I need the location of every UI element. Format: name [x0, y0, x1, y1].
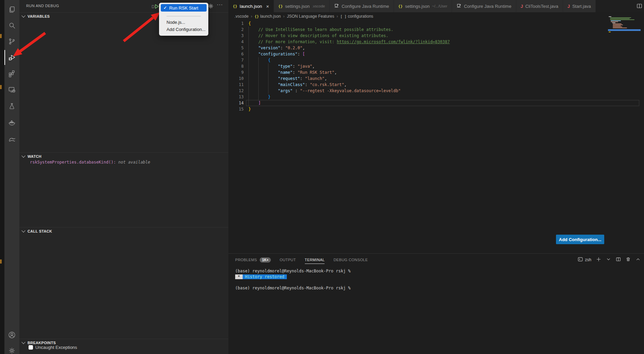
tab-label: settings.json [285, 4, 310, 9]
breakpoint-checkbox[interactable] [29, 345, 33, 350]
dropdown-selected-item[interactable]: ✓ Run RSK Start [161, 4, 207, 12]
shell-label[interactable]: zsh [585, 257, 591, 262]
tab-settings.json[interactable]: {}settings.json.vscode [274, 0, 330, 12]
tab-Configure Java Runtime[interactable]: Configure Java Runtime [452, 0, 516, 12]
code-line-8[interactable]: 8 "type": "java", [228, 63, 644, 69]
activity-item-docker-icon[interactable] [4, 115, 19, 130]
line-number[interactable]: 13 [228, 94, 244, 100]
breakpoint-item[interactable]: Uncaught Exceptions [29, 345, 77, 350]
activity-item-testing-icon[interactable] [4, 99, 19, 114]
window-edge-strip [0, 0, 4, 354]
editor-group: {}launch.json×{}settings.json.vscodeConf… [228, 0, 644, 354]
code-line-6[interactable]: 6 "configurations": [ [228, 51, 644, 57]
panel-tab-debug-console[interactable]: DEBUG CONSOLE [333, 254, 368, 266]
code-text: // Hover to view descriptions of existin… [248, 33, 388, 39]
code-line-11[interactable]: 11 "mainClass": "co.rsk.Start", [228, 82, 644, 88]
minimap-line [609, 32, 611, 32]
kill-terminal-icon[interactable] [626, 257, 631, 263]
minimap[interactable] [608, 16, 641, 34]
line-number[interactable]: 5 [228, 45, 244, 51]
tab-launch.json[interactable]: {}launch.json× [228, 0, 274, 12]
gear-icon[interactable] [208, 3, 214, 11]
line-number[interactable]: 1 [228, 20, 244, 27]
activity-item-source-control-icon[interactable] [4, 34, 19, 49]
code-text: ] [248, 100, 261, 106]
code-line-10[interactable]: 10 "request": "launch", [228, 75, 644, 82]
close-icon[interactable]: × [266, 4, 269, 9]
code-line-7[interactable]: 7 { [228, 57, 644, 63]
code-line-5[interactable]: 5 "version": "0.2.0", [228, 45, 644, 51]
tab-label: Start.java [572, 4, 591, 9]
breadcrumb-item-configurations[interactable]: [ ]configurations [341, 14, 373, 19]
code-line-2[interactable]: 2 // Use IntelliSense to learn about pos… [228, 27, 644, 33]
line-number[interactable]: 8 [228, 63, 244, 69]
code-line-13[interactable]: 13 } [228, 94, 644, 100]
watch-expression-row[interactable]: rskSystemProperties.databaseKind(): not … [30, 160, 150, 165]
activity-item-explorer-icon[interactable] [4, 2, 19, 17]
dropdown-item-node-js-[interactable]: Node.js... [159, 19, 208, 26]
panel-tab-output[interactable]: OUTPUT [280, 254, 296, 266]
editor-tab-bar: {}launch.json×{}settings.json.vscodeConf… [228, 0, 644, 12]
line-number[interactable]: 11 [228, 82, 244, 88]
json-file-icon: {} [233, 4, 237, 9]
panel-tab-bar: PROBLEMS1K+OUTPUTTERMINALDEBUG CONSOLE [235, 254, 368, 266]
terminal-icon[interactable] [578, 257, 583, 263]
dropdown-item-add-configuration-[interactable]: Add Configuration... [159, 26, 208, 33]
terminal-output[interactable]: (base) reynoldmorel@Reynolds-MacBook-Pro… [235, 268, 641, 354]
activity-item-run-and-debug-icon[interactable] [4, 50, 19, 65]
code-line-1[interactable]: 1{ [228, 20, 644, 27]
chevron-down-icon [21, 340, 25, 344]
breadcrumb-item-.vscode[interactable]: .vscode [234, 14, 248, 19]
line-number[interactable]: 2 [228, 27, 244, 33]
code-line-4[interactable]: 4 // For more information, visit: https:… [228, 39, 644, 45]
terminal-line: (base) reynoldmorel@Reynolds-MacBook-Pro… [235, 268, 641, 274]
tab-detail: ~/.../User [432, 4, 447, 8]
minimap-line [613, 27, 622, 27]
line-number[interactable]: 12 [228, 88, 244, 94]
code-line-12[interactable]: 12 "args" : "--regtest -Xkeyvalue.dataso… [228, 88, 644, 94]
tab-settings.json[interactable]: {}settings.json~/.../User [394, 0, 452, 12]
add-configuration-button[interactable]: Add Configuration... [556, 235, 604, 244]
launch-profile-chevron-icon[interactable] [606, 257, 611, 263]
activity-item-extensions-icon[interactable] [4, 66, 19, 81]
breadcrumb-item-launch.json[interactable]: {}launch.json [255, 14, 281, 19]
activity-item-remote-explorer-icon[interactable] [4, 82, 19, 97]
line-number[interactable]: 3 [228, 33, 244, 39]
activity-item-gradle-icon[interactable] [4, 131, 19, 146]
code-line-3[interactable]: 3 // Hover to view descriptions of exist… [228, 33, 644, 39]
panel-tab-terminal[interactable]: TERMINAL [305, 254, 325, 266]
line-number[interactable]: 9 [228, 69, 244, 75]
tab-CliToolsTest.java[interactable]: JCliToolsTest.java [516, 0, 563, 12]
code-editor[interactable]: 1{2 // Use IntelliSense to learn about p… [228, 20, 644, 253]
call-stack-section-label: CALL STACK [28, 229, 52, 233]
more-actions-icon[interactable]: ··· [217, 1, 223, 7]
code-line-15[interactable]: 15} [228, 106, 644, 112]
line-number[interactable]: 4 [228, 39, 244, 45]
tab-Configure Java Runtime[interactable]: Configure Java Runtime [330, 0, 394, 12]
code-text: "version": "0.2.0", [248, 45, 305, 51]
breadcrumb-item-JSON Language Features[interactable]: JSON Language Features [287, 14, 334, 19]
code-line-9[interactable]: 9 "name": "Run RSK Start", [228, 69, 644, 75]
terminal-line [235, 280, 641, 286]
tab-Start.java[interactable]: JStart.java [563, 0, 596, 12]
activity-item-search-icon[interactable] [4, 18, 19, 33]
line-number[interactable]: 7 [228, 57, 244, 63]
maximize-panel-icon[interactable] [636, 257, 641, 263]
panel-tab-problems[interactable]: PROBLEMS1K+ [235, 254, 271, 266]
activity-item-accounts-icon[interactable] [4, 327, 19, 342]
split-terminal-icon[interactable] [616, 257, 621, 263]
java-file-icon: J [521, 4, 523, 9]
array-symbol-icon: [ ] [341, 15, 347, 18]
breadcrumb-separator: › [251, 14, 252, 19]
tab-label: settings.json [405, 4, 430, 9]
line-number[interactable]: 10 [228, 75, 244, 82]
new-terminal-icon[interactable] [596, 257, 601, 263]
line-number[interactable]: 6 [228, 51, 244, 57]
code-line-14[interactable]: 14 ] [228, 100, 644, 106]
line-number[interactable]: 15 [228, 106, 244, 112]
split-editor-icon[interactable] [637, 3, 642, 10]
watch-section-header[interactable]: WATCH [19, 152, 228, 160]
line-number[interactable]: 14 [228, 100, 244, 106]
call-stack-section-header[interactable]: CALL STACK [19, 227, 228, 235]
activity-item-settings-icon[interactable] [4, 343, 19, 354]
